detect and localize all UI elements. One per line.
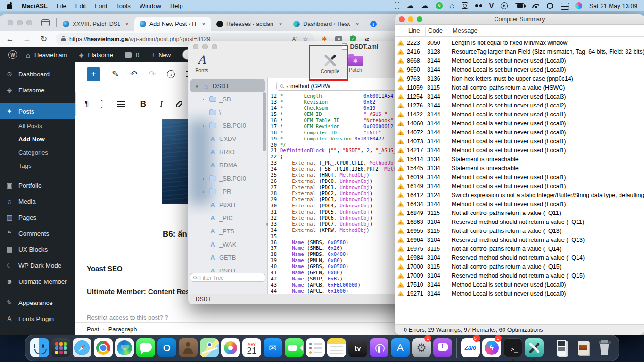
filter-tree-input[interactable]: Filter Tree [190, 273, 265, 282]
sidebar-item-media[interactable]: ♫Media [0, 193, 75, 209]
sidebar-item-categories[interactable]: Categories [0, 146, 75, 159]
flickr-status-icon[interactable] [475, 2, 482, 10]
app-menu-maciasl[interactable]: MaciASL [22, 2, 48, 9]
dock-chrome[interactable] [93, 335, 114, 361]
warning-row[interactable]: 96503144Method Local is set but never us… [395, 65, 644, 74]
nord-status-icon[interactable]: N [436, 2, 443, 9]
warning-row[interactable]: 169753115Not all control paths return a … [395, 244, 644, 253]
warning-row[interactable]: 168633104Reserved method should not retu… [395, 217, 644, 226]
sidebar-item-flatsome[interactable]: ◈Flatsome [0, 82, 75, 98]
dock-facetime[interactable] [284, 335, 305, 361]
tree-item-_WAK[interactable]: A_WAK [190, 238, 265, 251]
warning-row[interactable]: 169553115Not all control paths return a … [395, 226, 644, 235]
dock-reminders[interactable] [305, 335, 326, 361]
warning-row[interactable]: 175103144Method Local is set but never u… [395, 280, 644, 289]
sidebar-item-add-new[interactable]: Add New [0, 132, 75, 146]
sidebar-item-all-posts[interactable]: All Posts [0, 119, 75, 132]
dock-mail[interactable]: ✉ [263, 335, 283, 361]
tree-item-[interactable]: \ [190, 106, 265, 119]
warning-row[interactable]: 160193144Method Local is set but never u… [395, 173, 644, 181]
dock-contacts[interactable] [178, 335, 198, 361]
sidebar-item-tags[interactable]: Tags [0, 159, 75, 172]
dock-feedback[interactable] [432, 335, 453, 361]
dock-appletv[interactable]: tv [347, 335, 368, 361]
warning-row[interactable]: 154143134Statement is unreachable [395, 155, 644, 164]
breadcrumb-post[interactable]: Post [87, 326, 99, 333]
block-mover[interactable]: ⌃⌄ [97, 100, 107, 108]
dock-maciasl[interactable] [524, 335, 545, 361]
dock-messages[interactable] [135, 335, 156, 361]
warning-row[interactable]: 192713144Method Local is set but never u… [395, 289, 644, 298]
dock-safari[interactable] [72, 335, 92, 361]
cloud-status-icon[interactable]: ☁ [406, 2, 414, 10]
tree-item-UXDV[interactable]: AUXDV [190, 132, 265, 145]
sidebar-item-ultimate-member[interactable]: ☻Ultimate Member [0, 273, 75, 289]
warning-row[interactable]: 112763144Method Local is set but never u… [395, 101, 644, 110]
dock-podcasts[interactable] [369, 335, 389, 361]
warning-row[interactable]: 114223144Method Local is set but never u… [395, 110, 644, 119]
tab-close-icon[interactable]: × [354, 20, 361, 28]
warning-row[interactable]: 140603144Method Local is set but never u… [395, 119, 644, 128]
warning-row[interactable]: 169843104Reserved method should not retu… [395, 253, 644, 262]
menu-tools[interactable]: Tools [116, 2, 130, 9]
sidebar-item-portfolio[interactable]: ▣Portfolio [0, 177, 75, 193]
spot-status-icon[interactable] [546, 2, 553, 9]
yoast-seo-panel[interactable]: Yoast SEO [87, 264, 123, 272]
menu-font[interactable]: Font [95, 2, 107, 9]
warning-row[interactable]: 22233050Length is not equal to fixed Min… [395, 38, 644, 47]
details-icon[interactable]: i [167, 70, 175, 78]
zoom-button[interactable] [417, 16, 422, 22]
sidebar-item-wp-dark-mode[interactable]: ☾WP Dark Mode [0, 257, 75, 273]
dock-photos[interactable] [220, 335, 241, 361]
paragraph-block-icon[interactable]: ¶ [79, 95, 95, 114]
fonts-button[interactable]: A Fonts [192, 53, 212, 73]
cloud-status-icon[interactable]: ☁ [421, 2, 429, 10]
dock-trash[interactable] [594, 335, 615, 361]
warning-row[interactable]: 112543144Method Local is set but never u… [395, 92, 644, 101]
warning-row[interactable]: 168493115Not all control paths return a … [395, 208, 644, 217]
tab-close-icon[interactable]: × [277, 20, 284, 28]
forward-button[interactable]: → [22, 34, 32, 44]
dock-messenger[interactable]: ϟ1 [481, 335, 502, 361]
tab-close-icon[interactable]: × [123, 20, 131, 28]
tab-close-icon[interactable]: × [200, 20, 207, 28]
tree-item-PNOT[interactable]: APNOT [190, 264, 265, 272]
flatsome-link[interactable]: Flatsome [88, 51, 113, 58]
comments-count[interactable]: 0 [136, 51, 139, 58]
tree-item-RDMA[interactable]: ARDMA [190, 158, 265, 172]
warning-row[interactable]: 86683144Method Local is set but never us… [395, 56, 644, 65]
browser-window-controls[interactable] [8, 20, 32, 25]
dock-notes[interactable] [326, 335, 347, 361]
dock-terminal[interactable]: >_ [503, 335, 523, 361]
tab-1[interactable]: XXVIII. Patch DSD× [58, 17, 134, 31]
warning-row[interactable]: 24163128ResourceTag larger than Field (S… [395, 47, 644, 56]
reload-button[interactable]: ↻ [39, 34, 49, 44]
dock-finder[interactable] [29, 335, 50, 361]
plus-icon[interactable]: ＋ [150, 50, 156, 59]
cc-status-icon[interactable] [561, 2, 568, 9]
warning-row[interactable]: 154453134Statement is unreachable [395, 164, 644, 173]
undo-button[interactable]: ↶ [130, 69, 137, 79]
edit-tools-button[interactable]: ✎ [112, 69, 119, 79]
warning-row[interactable]: 170093104Reserved method should not retu… [395, 271, 644, 280]
menu-bar-clock[interactable]: Sat 21 May 13:09 [589, 2, 637, 9]
close-button[interactable] [399, 16, 405, 22]
dock-stack-docs[interactable] [552, 335, 572, 361]
dock-outlook[interactable]: O [157, 335, 177, 361]
shape-status-icon[interactable]: ◇ [450, 2, 454, 10]
sidebar-item-pages[interactable]: ▥Pages [0, 209, 75, 225]
warning-row[interactable]: 169643104Reserved method should not retu… [395, 235, 644, 244]
align-button[interactable] [113, 95, 129, 114]
wp-logo-icon[interactable]: W [8, 50, 17, 59]
dock-maps[interactable] [199, 335, 220, 361]
dock-zalo[interactable]: Zalo5+ [460, 335, 481, 361]
comments-bubble-icon[interactable] [125, 52, 132, 58]
warning-row[interactable]: 140733144Method Local is set but never u… [395, 137, 644, 146]
tm-status-icon[interactable] [462, 2, 468, 9]
new-link[interactable]: New [158, 51, 171, 58]
tab-4[interactable]: Dashboard ‹ Heav× [288, 17, 365, 31]
warning-row[interactable]: 97633136Non-hex letters must be upper ca… [395, 74, 644, 83]
tab-overview-icon[interactable] [41, 19, 50, 26]
block-inserter-button[interactable]: + [87, 67, 100, 81]
tree-item-DSDT[interactable]: ∨⌂DSDT [190, 79, 265, 92]
